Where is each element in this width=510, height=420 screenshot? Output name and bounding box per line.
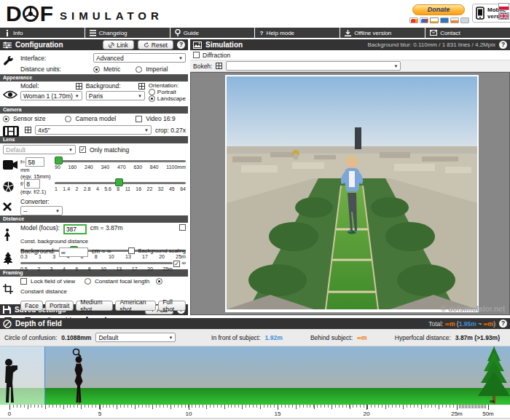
coc-select[interactable]: Default ▼ — [95, 333, 176, 342]
background-select[interactable]: Paris ▼ — [86, 91, 145, 100]
distance-units-label: Distance units: — [20, 66, 90, 73]
bokeh-select[interactable]: ▼ — [226, 61, 401, 71]
paren: ) — [493, 320, 495, 328]
converter-label: Converter: — [20, 198, 63, 205]
nav-help-mode[interactable]: ? Help mode — [255, 28, 340, 38]
chevron-down-icon: ▼ — [178, 56, 183, 60]
face-button[interactable]: Face — [20, 301, 43, 311]
logo-letter-d: D — [6, 1, 21, 26]
lock-fov-checkbox[interactable] — [20, 278, 27, 285]
american-shot-button[interactable]: American shot — [115, 301, 156, 311]
donate-button[interactable]: Donate — [412, 4, 465, 15]
focal-length-slider[interactable] — [55, 160, 186, 162]
bg-tick: 4 — [63, 266, 66, 272]
bokeh-gallery-icon[interactable] — [216, 63, 222, 69]
bg-tick: 25m — [162, 266, 173, 272]
nav-guide-label: Guide — [184, 30, 199, 36]
imperial-radio[interactable] — [136, 66, 142, 73]
sensor-size-radio[interactable] — [3, 116, 9, 122]
lock-fov-label: Lock field of view — [31, 278, 75, 285]
scale-label-10: 10 — [186, 411, 192, 417]
scale-label-50m: 50m — [482, 411, 494, 417]
background-tree-figure[interactable] — [478, 346, 510, 405]
only-matching-checkbox[interactable]: ✓ — [79, 146, 86, 153]
simulation-title: Simulation — [205, 41, 243, 49]
config-help-icon[interactable]: ? — [177, 41, 185, 49]
const-bg-checkbox[interactable] — [179, 224, 186, 231]
bg-tick: 17 — [132, 266, 138, 272]
scale-compressed-ticks — [459, 405, 486, 408]
bg-tick: 2 — [37, 266, 40, 272]
simulation-canvas[interactable]: © dofsimulator.net — [190, 72, 510, 315]
depth-of-field-panel: Depth of field Total: ∞m (1.95m ~ ∞m) ? … — [0, 318, 510, 419]
interface-select[interactable]: Advanced ▼ — [93, 53, 186, 63]
sensor-select[interactable]: 4x5" ▼ — [35, 125, 152, 135]
nav-guide[interactable]: Guide — [170, 28, 255, 38]
converter-select[interactable]: -- ▼ — [20, 206, 63, 215]
app-logo: D F SIMULATOR — [6, 1, 163, 26]
video-checkbox[interactable] — [136, 116, 142, 122]
portrait-label: Portrait — [157, 89, 176, 95]
const-distance-radio[interactable] — [156, 278, 162, 285]
bg-tick: 10 — [101, 266, 106, 272]
chevron-down-icon: ▼ — [75, 94, 79, 98]
landscape-radio[interactable] — [149, 95, 155, 102]
total-far: ∞m — [484, 320, 494, 328]
focal-length-slider-handle[interactable] — [55, 156, 63, 165]
lens-select[interactable]: Default ▼ — [3, 145, 76, 154]
orientation-label: Orientation: — [149, 82, 186, 89]
nav-contact[interactable]: Contact — [425, 28, 510, 38]
background-distance-input[interactable] — [59, 247, 88, 257]
hyper-label: Hyperfocal distance: — [395, 334, 451, 341]
magnifier-icon[interactable] — [72, 348, 82, 357]
portrait-button[interactable]: Portrait — [45, 301, 74, 311]
dof-scale-visualization[interactable]: 0 5 10 15 20 25m 50m ∞ — [0, 346, 510, 419]
aperture-slider-handle[interactable] — [115, 178, 123, 186]
bg-infinity-checkbox[interactable]: ✓ — [173, 261, 180, 267]
background-distance-label: Background: — [20, 247, 55, 255]
phone-icon — [476, 7, 484, 20]
const-focal-radio[interactable] — [85, 278, 91, 285]
interface-value: Advanced — [96, 55, 178, 62]
portrait-radio[interactable] — [149, 89, 155, 95]
uk-flag-button[interactable] — [498, 12, 509, 20]
camera-model-radio[interactable] — [65, 116, 71, 122]
nav-offline-version[interactable]: Offline version — [340, 28, 425, 38]
aperture-input[interactable] — [24, 179, 40, 189]
dof-help-icon[interactable]: ? — [499, 320, 507, 328]
link-button[interactable]: Link — [103, 40, 134, 49]
aperture-logo-icon — [21, 4, 40, 23]
mastercard-icon — [409, 17, 418, 23]
bg-scaling-checkbox[interactable] — [128, 247, 135, 254]
aperture-tick: 64 — [180, 186, 186, 191]
lens-value: Default — [6, 146, 68, 154]
metric-radio[interactable] — [93, 66, 100, 73]
model-gallery-icon[interactable] — [76, 83, 82, 90]
background-distance-slider[interactable] — [20, 262, 173, 264]
lens-section-header: Lens — [0, 136, 188, 143]
sensor-gallery-icon[interactable] — [25, 127, 31, 133]
crop-icon — [3, 284, 13, 294]
model-select[interactable]: Woman 1 (1.70m) ▼ — [20, 91, 82, 100]
focal-length-input[interactable] — [26, 157, 44, 167]
front-label: In front of subject: — [211, 334, 261, 341]
nav-changelog[interactable]: Changelog — [85, 28, 170, 38]
model-distance-input[interactable] — [63, 224, 87, 234]
tree-distance-icon — [3, 252, 13, 264]
background-gallery-icon[interactable] — [138, 83, 145, 90]
full-shot-button[interactable]: Full shot — [158, 301, 186, 311]
bg-tick: 13 — [116, 266, 122, 272]
aperture-tick: 32 — [158, 186, 164, 191]
nav-info[interactable]: Info — [0, 28, 85, 38]
aperture-tick: 45 — [169, 186, 175, 191]
aperture-slider[interactable] — [55, 182, 186, 184]
polish-flag-button[interactable] — [498, 3, 509, 10]
dof-near-limit-line[interactable] — [44, 346, 45, 405]
distance-scale[interactable]: 0 5 10 15 20 25m 50m — [0, 405, 510, 419]
medium-shot-button[interactable]: Medium shot — [76, 301, 113, 311]
diffraction-checkbox[interactable] — [193, 52, 200, 58]
subject-figure[interactable] — [71, 356, 86, 405]
focal-tick: 240 — [85, 165, 93, 170]
simulation-help-icon[interactable]: ? — [499, 41, 507, 49]
reset-button[interactable]: Reset — [138, 40, 173, 49]
